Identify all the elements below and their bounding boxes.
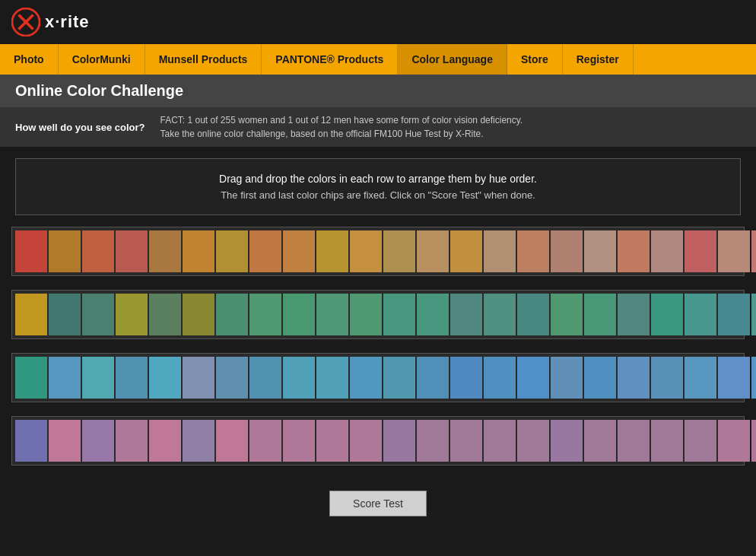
color-chip[interactable] xyxy=(417,294,449,335)
color-chip[interactable] xyxy=(316,294,348,335)
color-chip[interactable] xyxy=(183,357,214,399)
color-chip[interactable] xyxy=(450,230,482,272)
color-chip[interactable] xyxy=(149,420,181,462)
color-chip[interactable] xyxy=(283,420,315,462)
color-chip[interactable] xyxy=(417,230,449,272)
color-chip[interactable] xyxy=(651,230,683,272)
color-chip[interactable] xyxy=(383,230,415,272)
color-chip[interactable] xyxy=(484,357,516,399)
color-chip[interactable] xyxy=(450,294,482,335)
color-chip[interactable] xyxy=(116,357,148,399)
color-chip[interactable] xyxy=(350,357,382,399)
color-chip[interactable] xyxy=(216,357,248,399)
nav-item-store[interactable]: Store xyxy=(507,44,563,75)
color-chip[interactable] xyxy=(718,230,750,272)
nav-item-register[interactable]: Register xyxy=(563,44,634,75)
color-chip[interactable] xyxy=(183,230,214,272)
nav-item-colormunki[interactable]: ColorMunki xyxy=(59,44,145,75)
nav-item-munsell[interactable]: Munsell Products xyxy=(145,44,262,75)
color-chip[interactable] xyxy=(618,230,650,272)
color-chip[interactable] xyxy=(283,294,315,335)
color-chip[interactable] xyxy=(49,420,81,462)
color-chip[interactable] xyxy=(249,230,281,272)
color-chip[interactable] xyxy=(383,357,415,399)
color-chip[interactable] xyxy=(718,420,750,462)
color-chip[interactable] xyxy=(149,230,181,272)
color-chip[interactable] xyxy=(149,294,181,335)
color-chip[interactable] xyxy=(484,420,516,462)
color-chip[interactable] xyxy=(350,230,382,272)
color-chip[interactable] xyxy=(216,294,248,335)
color-chip[interactable] xyxy=(15,357,47,399)
color-chip[interactable] xyxy=(82,294,114,335)
color-chip[interactable] xyxy=(15,420,47,462)
color-chip[interactable] xyxy=(751,230,756,272)
color-chip[interactable] xyxy=(417,420,449,462)
score-test-button[interactable]: Score Test xyxy=(329,491,427,516)
color-chip[interactable] xyxy=(350,420,382,462)
color-chip[interactable] xyxy=(450,357,482,399)
color-chip[interactable] xyxy=(651,420,683,462)
color-chip[interactable] xyxy=(551,294,583,335)
color-chip[interactable] xyxy=(551,420,583,462)
color-chip[interactable] xyxy=(751,294,756,335)
color-chip[interactable] xyxy=(383,420,415,462)
color-chip[interactable] xyxy=(149,357,181,399)
color-chip[interactable] xyxy=(82,230,114,272)
color-chip[interactable] xyxy=(283,357,315,399)
color-chip[interactable] xyxy=(685,357,716,399)
color-chip[interactable] xyxy=(551,230,583,272)
color-chip[interactable] xyxy=(350,294,382,335)
color-chip[interactable] xyxy=(551,357,583,399)
color-chip[interactable] xyxy=(718,357,750,399)
nav-item-color-language[interactable]: Color Language xyxy=(398,44,507,75)
nav-item-pantone[interactable]: PANTONE® Products xyxy=(262,44,398,75)
color-chip[interactable] xyxy=(49,357,81,399)
color-chip[interactable] xyxy=(685,230,716,272)
color-chip[interactable] xyxy=(383,294,415,335)
color-chip[interactable] xyxy=(484,294,516,335)
color-chip[interactable] xyxy=(249,357,281,399)
color-chip[interactable] xyxy=(751,420,756,462)
color-chip[interactable] xyxy=(216,420,248,462)
color-chip[interactable] xyxy=(316,230,348,272)
color-chip[interactable] xyxy=(517,230,549,272)
color-chip[interactable] xyxy=(116,294,148,335)
color-chip[interactable] xyxy=(49,230,81,272)
color-chip[interactable] xyxy=(82,357,114,399)
color-chip[interactable] xyxy=(685,420,716,462)
color-chip[interactable] xyxy=(116,230,148,272)
color-chip[interactable] xyxy=(685,294,716,335)
color-chip[interactable] xyxy=(249,294,281,335)
color-chip[interactable] xyxy=(15,294,47,335)
color-chip[interactable] xyxy=(517,357,549,399)
color-chip[interactable] xyxy=(450,420,482,462)
color-chip[interactable] xyxy=(82,420,114,462)
color-chip[interactable] xyxy=(216,230,248,272)
color-chip[interactable] xyxy=(15,230,47,272)
color-chip[interactable] xyxy=(183,294,214,335)
color-chip[interactable] xyxy=(116,420,148,462)
color-chip[interactable] xyxy=(651,357,683,399)
color-chip[interactable] xyxy=(249,420,281,462)
color-chip[interactable] xyxy=(584,357,616,399)
color-chip[interactable] xyxy=(751,357,756,399)
color-chip[interactable] xyxy=(283,230,315,272)
color-chip[interactable] xyxy=(517,420,549,462)
nav-item-photo[interactable]: Photo xyxy=(0,44,59,75)
color-chip[interactable] xyxy=(517,294,549,335)
color-chip[interactable] xyxy=(618,357,650,399)
color-chip[interactable] xyxy=(584,420,616,462)
color-chip[interactable] xyxy=(417,357,449,399)
color-chip[interactable] xyxy=(183,420,214,462)
color-chip[interactable] xyxy=(618,420,650,462)
color-chip[interactable] xyxy=(484,230,516,272)
color-chip[interactable] xyxy=(718,294,750,335)
color-chip[interactable] xyxy=(651,294,683,335)
color-chip[interactable] xyxy=(49,294,81,335)
color-chip[interactable] xyxy=(584,294,616,335)
color-chip[interactable] xyxy=(316,420,348,462)
color-chip[interactable] xyxy=(316,357,348,399)
color-chip[interactable] xyxy=(618,294,650,335)
color-chip[interactable] xyxy=(584,230,616,272)
